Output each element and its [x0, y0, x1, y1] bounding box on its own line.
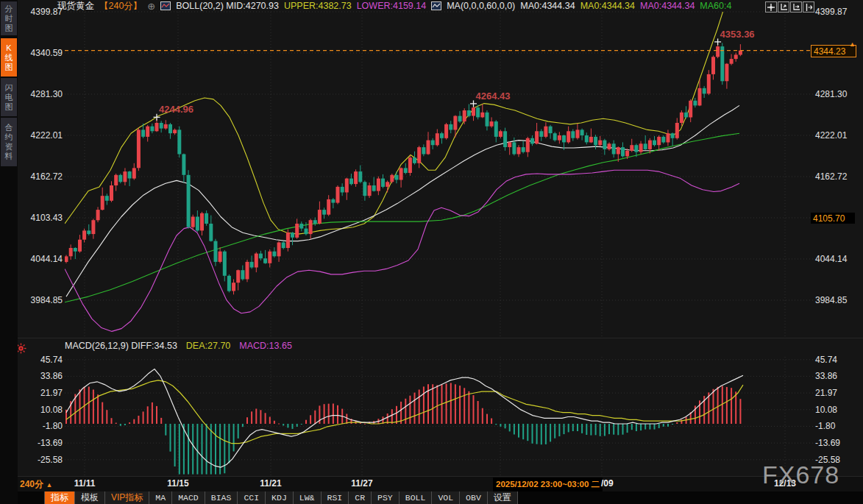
- macd-axis-label-right: 33.86: [815, 371, 859, 381]
- axis-scale-left-icon[interactable]: [778, 1, 789, 13]
- ma60-legend: MA60:4: [700, 1, 731, 11]
- macd-axis-label-left: -13.69: [22, 438, 63, 448]
- toolbar-item-7[interactable]: CCI: [238, 491, 266, 504]
- boll-upper-line: [65, 6, 725, 234]
- watermark: FX678: [762, 461, 839, 489]
- macd-axis-label-right: 45.74: [815, 355, 859, 365]
- toolbar-item-13[interactable]: BOLL: [399, 491, 433, 504]
- macd-axis-label-right: 10.08: [815, 405, 859, 415]
- high-price-annotation: 4353.36: [720, 29, 755, 40]
- boll-legend: BOLL(20,2) MID:4270.93: [176, 1, 279, 11]
- price-axis-label-right: 4281.30: [815, 89, 859, 99]
- period-selector[interactable]: 240分 ▲: [20, 478, 52, 491]
- pan-crosshair-icon[interactable]: [765, 1, 777, 13]
- trading-chart-app: 4244.964264.434353.36 分时图K线图闪电图合约资料 现货黄金…: [0, 0, 863, 504]
- toolbar-item-15[interactable]: OBV: [460, 491, 488, 504]
- symbol-name: 现货黄金: [57, 0, 94, 13]
- high-price-annotation: 4264.43: [476, 90, 511, 102]
- sidebar-tab-1[interactable]: 分时图: [1, 1, 17, 35]
- toolbar-item-1[interactable]: 指标: [44, 491, 75, 504]
- price-axis-label-right: 4162.72: [815, 171, 859, 182]
- macd-diff-legend: MACD(26,12,9) DIFF:34.53: [65, 341, 177, 351]
- macd-axis-label-right: 21.97: [815, 388, 859, 398]
- ma0-white-legend: MA0:4344.34: [520, 1, 575, 11]
- indicator-toolbar: 指标模板VIP指标MAMACDBIASCCIKDJLW&RSICRPSYBOLL…: [18, 491, 863, 504]
- macd-axis-label-left: 45.74: [22, 355, 63, 365]
- macd-legend-bar: MACD(26,12,9) DIFF:34.53 DEA:27.70 MACD:…: [65, 339, 292, 352]
- boll-indicator-icon[interactable]: [160, 1, 171, 10]
- toolbar-item-12[interactable]: PSY: [372, 491, 399, 504]
- chart-canvas[interactable]: 4244.964264.434353.36: [0, 0, 863, 504]
- boll-lower-line: [65, 170, 739, 331]
- crosshair-date-tooltip: 2025/12/02 23:00~03:00 二: [493, 478, 603, 491]
- date-label: 11/21: [260, 478, 281, 489]
- ma-legend: MA(0,0,0,60,0,0): [447, 1, 515, 11]
- boll-mid-line: [66, 105, 739, 297]
- sidebar: 分时图K线图闪电图合约资料: [0, 0, 18, 504]
- price-axis-label-left: 4103.43: [22, 213, 63, 223]
- ma0-yellow-legend: MA0:4344.34: [580, 1, 635, 11]
- macd-value-legend: MACD:13.65: [239, 341, 292, 351]
- price-up-arrow-icon: ▲: [849, 40, 856, 48]
- toolbar-item-9[interactable]: LW&: [294, 491, 322, 504]
- macd-axis-label-left: 21.97: [22, 388, 63, 398]
- macd-dea-legend: DEA:27.70: [186, 341, 230, 351]
- price-axis-label-left: 4162.72: [22, 171, 63, 182]
- boll-lower-legend: LOWER:4159.14: [357, 1, 427, 11]
- ma0-magenta-legend: MA0:4344.34: [640, 1, 695, 11]
- add-indicator-icon[interactable]: ⊕: [147, 1, 155, 11]
- date-label: 11/11: [74, 478, 96, 489]
- macd-axis-label-left: 33.86: [22, 371, 63, 381]
- price-axis-label-right: 3984.85: [815, 295, 859, 305]
- toolbar-item-6[interactable]: BIAS: [205, 491, 238, 504]
- toolbar-item-11[interactable]: CR: [349, 491, 372, 504]
- toolbar-item-4[interactable]: MA: [149, 491, 172, 504]
- date-label: 11/15: [167, 478, 188, 489]
- toolbar-item-3[interactable]: VIP指标: [105, 491, 149, 504]
- price-axis-label-right: 4222.01: [815, 130, 859, 141]
- price-axis-label-left: 3984.85: [22, 295, 63, 305]
- macd-axis-label-left: 10.08: [22, 405, 63, 415]
- date-label: 11/27: [351, 478, 372, 489]
- price-axis-label-left: 4222.01: [22, 130, 63, 141]
- toolbar-item-2[interactable]: 模板: [75, 491, 105, 504]
- high-price-annotation: 4244.96: [159, 104, 193, 115]
- price-axis-label-right: 4399.87: [815, 7, 859, 17]
- date-label-partial: /09: [601, 478, 614, 489]
- toolbar-item-8[interactable]: KDJ: [266, 491, 294, 504]
- price-axis-label-left: 4340.59: [22, 48, 63, 58]
- period-arrow-icon: ▲: [46, 481, 52, 489]
- toolbar-item-5[interactable]: MACD: [172, 491, 205, 504]
- time-axis-row: 240分 ▲ 2025/12/02 23:00~03:00 二 /09 11/1…: [18, 477, 863, 491]
- macd-diff-line: [66, 369, 743, 467]
- macd-axis-label-right: -13.69: [815, 438, 859, 448]
- sidebar-tab-3[interactable]: 闪电图: [1, 78, 17, 116]
- price-axis-label-left: 4044.14: [22, 254, 63, 264]
- sidebar-tab-2[interactable]: K线图: [1, 38, 17, 77]
- toolbar-item-14[interactable]: VOL: [432, 491, 460, 504]
- collapse-panel-icon[interactable]: [803, 1, 814, 13]
- price-axis-label-left: 4281.30: [22, 89, 63, 99]
- macd-dea-line: [66, 380, 743, 444]
- secondary-price-tag: 4105.70: [811, 213, 855, 224]
- axis-scale-right-icon[interactable]: [790, 1, 802, 13]
- ma-indicator-icon[interactable]: [431, 1, 441, 10]
- boll-upper-legend: UPPER:4382.73: [284, 1, 352, 11]
- legend-bar: 现货黄金 【240分】 ⊕ BOLL(20,2) MID:4270.93 UPP…: [57, 0, 731, 12]
- toolbar-item-10[interactable]: RSI: [322, 491, 349, 504]
- period-label: 【240分】: [99, 0, 142, 13]
- price-axis-label-left: 4399.87: [22, 7, 63, 17]
- toolbar-item-16[interactable]: 设置: [488, 491, 518, 504]
- price-axis-label-right: 4044.14: [815, 254, 859, 264]
- macd-axis-label-left: -1.80: [22, 421, 63, 431]
- macd-axis-label-right: -1.80: [815, 421, 859, 431]
- sidebar-tab-4[interactable]: 合约资料: [1, 118, 17, 166]
- ma60-line: [65, 133, 739, 302]
- macd-axis-label-left: -25.58: [22, 455, 63, 465]
